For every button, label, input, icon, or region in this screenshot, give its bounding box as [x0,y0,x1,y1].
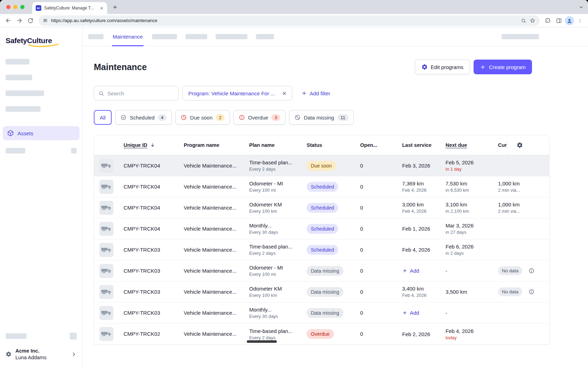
next-due-relative: today [446,335,493,340]
plan-name-value: Time-based plan... [249,328,302,334]
filter-data-missing[interactable]: Data missing 11 [289,110,354,125]
status-badge: Scheduled [307,224,338,234]
table-header: Unique ID Program name Plan name Status … [94,135,549,155]
filter-all[interactable]: All [94,110,112,125]
unique-id-value: CMPY-TRCK03 [124,268,160,274]
skeleton-nav-right [502,34,539,39]
search-input[interactable] [107,90,174,96]
page-title: Maintenance [94,62,147,72]
plan-name-value: Monthly... [249,307,302,313]
unique-id-value: CMPY-TRCK03 [124,310,160,316]
remove-filter-icon[interactable] [279,88,290,98]
table-row[interactable]: CMPY-TRCK03 Vehicle Maintenance... Month… [94,302,549,323]
table-row[interactable]: CMPY-TRCK04 Vehicle Maintenance... Odome… [94,176,549,197]
browser-menu-kebab-icon[interactable] [575,15,585,26]
add-last-service-button[interactable]: Add [402,310,441,316]
safetyculture-logo[interactable]: SafetyCulture [6,36,52,46]
extensions-puzzle-icon[interactable] [542,15,553,26]
program-filter-chip[interactable]: Program: Vehicle Maintenance For ... [182,86,292,101]
sidebar-item-assets[interactable]: Assets [3,126,79,140]
forward-button[interactable] [14,15,24,26]
search-box[interactable] [94,86,179,101]
table-row[interactable]: CMPY-TRCK04 Vehicle Maintenance... Time-… [94,155,549,176]
table-row[interactable]: CMPY-TRCK04 Vehicle Maintenance... Odome… [94,197,549,218]
filter-due-soon[interactable]: Due soon 2 [175,110,230,125]
program-name-value: Vehicle Maintenance... [184,268,237,274]
plan-name-value: Odometer - MI [249,265,302,271]
minimize-window-button[interactable] [13,5,18,9]
plan-name-value: Time-based plan... [249,159,302,165]
status-badge: Scheduled [307,182,338,192]
skeleton-bar [6,90,44,96]
plan-frequency: Every 100 km [249,209,302,214]
fullscreen-window-button[interactable] [20,5,24,9]
browser-tab[interactable]: SC SafetyCulture: Manage Teams and... [32,2,107,14]
address-bar[interactable]: https://app.au.safetyculture.com/assets/… [38,15,540,26]
filter-label: Due soon [190,115,212,121]
plan-name-value: Odometer - MI [249,180,302,186]
account-switcher[interactable]: Acme Inc. Luna Addams [6,348,77,360]
open-actions-count: 0 [360,163,363,169]
add-filter-button[interactable]: Add filter [301,90,330,96]
info-icon[interactable] [528,289,534,295]
add-last-service-button[interactable]: Add [402,268,441,274]
tab-maintenance[interactable]: Maintenance [112,27,144,46]
skeleton-bar [6,333,27,339]
table-row[interactable]: CMPY-TRCK03 Vehicle Maintenance... Odome… [94,260,549,281]
horizontal-scrollbar[interactable] [247,340,277,343]
table-row[interactable]: CMPY-TRCK03 Vehicle Maintenance... Odome… [94,281,549,302]
create-program-label: Create program [489,64,526,70]
skeleton-bar [6,75,32,80]
user-name: Luna Addams [15,355,47,360]
browser-toolbar: https://app.au.safetyculture.com/assets/… [0,14,588,27]
program-name-value: Vehicle Maintenance... [184,226,237,232]
table-row[interactable]: CMPY-TRCK03 Vehicle Maintenance... Time-… [94,239,549,260]
tab-search-chevron-icon[interactable] [579,0,584,14]
site-settings-icon[interactable] [43,18,48,23]
unique-id-value: CMPY-TRCK04 [124,163,160,169]
reload-button[interactable] [25,15,36,26]
truck-icon [101,183,112,190]
filter-scheduled[interactable]: Scheduled 4 [115,110,172,125]
edit-programs-button[interactable]: Edit programs [415,60,470,74]
next-due-value: Feb 6, 2026 [446,244,493,250]
filter-label: Data missing [304,115,334,121]
table-settings-gear[interactable] [507,135,549,155]
url-text[interactable]: https://app.au.safetyculture.com/assets/… [51,18,518,23]
open-actions-count: 0 [360,289,363,295]
bookmark-star-icon[interactable] [530,18,536,23]
column-next-due[interactable]: Next due [441,142,493,148]
skeleton-bar [6,59,29,64]
table-row[interactable]: CMPY-TRCK02 Vehicle Maintenance... Time-… [94,323,549,345]
app-frame: SafetyCulture Assets [0,27,588,368]
zoom-icon[interactable] [521,18,526,23]
skeleton-nav-item [216,34,247,39]
open-actions-count: 0 [360,205,363,211]
column-unique-id[interactable]: Unique ID [119,142,179,148]
info-icon[interactable] [528,268,534,274]
truck-icon [101,330,112,338]
back-button[interactable] [3,15,13,26]
asset-truck-thumbnail [99,159,113,173]
side-panel-icon[interactable] [554,15,564,26]
profile-avatar[interactable] [565,16,574,25]
count-badge: 2 [216,114,225,121]
chevron-right-icon[interactable] [71,352,77,357]
skeleton-nav-item [186,34,207,39]
alert-circle-icon [239,114,245,121]
new-tab-button[interactable] [110,2,120,12]
sidebar-skeleton-row [6,333,77,340]
filter-overdue[interactable]: Overdue 3 [233,110,286,125]
asset-truck-thumbnail [99,306,113,320]
truck-icon [101,267,112,274]
plus-icon [402,310,407,315]
create-program-button[interactable]: Create program [474,60,532,74]
asset-truck-thumbnail [99,264,113,278]
truck-icon [101,246,112,253]
next-due-value: Feb 4, 2026 [446,328,493,334]
table-row[interactable]: CMPY-TRCK04 Vehicle Maintenance... Month… [94,218,549,239]
plus-icon [402,268,407,273]
close-window-button[interactable] [6,5,10,9]
last-service-value: Feb 1, 2026 [402,226,441,232]
tab-close-icon[interactable] [99,5,104,11]
